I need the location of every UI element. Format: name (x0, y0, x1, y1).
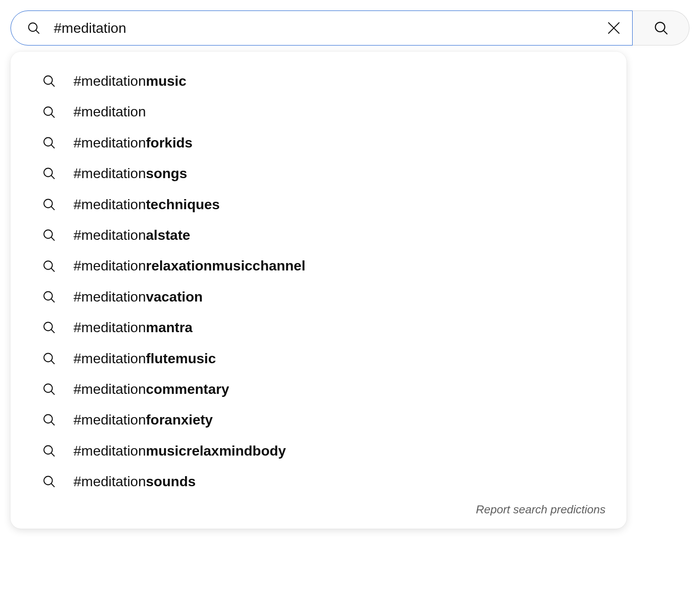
suggestion-text: #meditationflutemusic (74, 350, 216, 367)
svg-point-28 (44, 415, 52, 423)
svg-point-10 (44, 137, 52, 146)
search-icon (27, 21, 41, 35)
suggestion-prefix: #meditation (74, 165, 146, 181)
suggestion-item[interactable]: #meditationvacation (10, 281, 626, 312)
suggestion-item[interactable]: #meditationmusicrelaxmindbody (10, 435, 626, 466)
search-submit-button[interactable] (633, 11, 690, 46)
search-bar (10, 11, 690, 46)
suggestion-text: #meditationvacation (74, 288, 203, 305)
suggestion-text: #meditationforanxiety (74, 411, 213, 428)
search-icon (42, 136, 56, 150)
svg-point-22 (44, 323, 52, 331)
search-icon (42, 74, 56, 88)
svg-point-16 (44, 230, 52, 239)
suggestion-prefix: #meditation (74, 227, 146, 243)
search-icon (42, 105, 56, 119)
suggestion-prefix: #meditation (74, 381, 146, 397)
suggestion-text: #meditationmusic (74, 73, 186, 89)
suggestion-prefix: #meditation (74, 73, 146, 89)
suggestion-item[interactable]: #meditationforkids (10, 127, 626, 158)
search-icon (42, 259, 56, 273)
svg-line-5 (664, 31, 667, 34)
suggestion-bold: techniques (146, 196, 220, 212)
svg-line-1 (36, 30, 39, 33)
svg-line-33 (51, 484, 54, 487)
svg-point-6 (44, 76, 52, 84)
search-icon (42, 197, 56, 211)
suggestion-text: #meditationcommentary (74, 381, 229, 397)
suggestion-bold: sounds (146, 474, 196, 489)
suggestion-text: #meditationtechniques (74, 196, 220, 213)
suggestion-item[interactable]: #meditationflutemusic (10, 343, 626, 374)
suggestion-prefix: #meditation (74, 443, 146, 459)
search-icon (42, 413, 56, 427)
suggestion-item[interactable]: #meditationalstate (10, 220, 626, 250)
svg-point-24 (44, 353, 52, 361)
suggestion-text: #meditation (74, 103, 146, 120)
suggestion-text: #meditationforkids (74, 134, 192, 151)
suggestion-item[interactable]: #meditationtechniques (10, 189, 626, 220)
svg-point-14 (44, 199, 52, 207)
suggestion-text: #meditationsounds (74, 473, 196, 490)
svg-line-29 (51, 422, 54, 425)
svg-point-32 (44, 477, 52, 485)
suggestion-item[interactable]: #meditationrelaxationmusicchannel (10, 250, 626, 281)
svg-line-21 (51, 299, 54, 302)
suggestion-bold: musicrelaxmindbody (146, 443, 286, 459)
search-icon (42, 474, 56, 488)
suggestion-bold: songs (146, 165, 187, 181)
suggestion-prefix: #meditation (74, 351, 146, 366)
svg-point-0 (28, 23, 37, 31)
search-input[interactable] (54, 20, 604, 36)
search-icon (653, 20, 669, 36)
report-predictions-link[interactable]: Report search predictions (476, 503, 606, 516)
suggestion-item[interactable]: #meditationsounds (10, 466, 626, 497)
suggestion-bold: vacation (146, 289, 203, 305)
search-icon (42, 320, 56, 334)
suggestion-bold: flutemusic (146, 351, 216, 366)
suggestion-item[interactable]: #meditationmantra (10, 312, 626, 343)
search-icon (42, 351, 56, 365)
search-icon (42, 444, 56, 458)
svg-point-20 (44, 291, 52, 300)
svg-line-31 (51, 453, 54, 456)
svg-point-18 (44, 261, 52, 269)
svg-line-19 (51, 268, 54, 271)
svg-line-15 (51, 207, 54, 210)
close-icon (606, 20, 622, 36)
svg-point-30 (44, 446, 52, 454)
search-box (10, 11, 633, 46)
suggestion-item[interactable]: #meditationforanxiety (10, 404, 626, 435)
svg-line-7 (51, 84, 54, 87)
suggestions-dropdown: #meditationmusic#meditation#meditationfo… (10, 52, 626, 529)
svg-point-12 (44, 168, 52, 177)
svg-line-9 (51, 114, 54, 117)
clear-button[interactable] (604, 18, 623, 38)
suggestion-text: #meditationmantra (74, 319, 192, 336)
suggestion-bold: mantra (146, 319, 192, 335)
suggestion-bold: foranxiety (146, 412, 213, 428)
svg-line-17 (51, 237, 54, 240)
suggestion-text: #meditationrelaxationmusicchannel (74, 257, 305, 274)
suggestion-prefix: #meditation (74, 474, 146, 489)
suggestion-prefix: #meditation (74, 289, 146, 305)
svg-point-4 (655, 22, 665, 32)
suggestion-bold: alstate (146, 227, 190, 243)
suggestion-prefix: #meditation (74, 412, 146, 428)
suggestion-bold: forkids (146, 135, 192, 151)
suggestion-prefix: #meditation (74, 135, 146, 151)
suggestion-item[interactable]: #meditationsongs (10, 158, 626, 189)
suggestion-bold: relaxationmusicchannel (146, 258, 305, 274)
suggestion-item[interactable]: #meditation (10, 96, 626, 127)
suggestion-text: #meditationmusicrelaxmindbody (74, 442, 286, 459)
suggestion-text: #meditationalstate (74, 227, 190, 243)
suggestion-text: #meditationsongs (74, 165, 187, 182)
suggestion-prefix: #meditation (74, 319, 146, 335)
search-icon (42, 382, 56, 396)
search-icon (42, 166, 56, 180)
svg-line-13 (51, 176, 54, 179)
svg-line-23 (51, 330, 54, 333)
suggestion-item[interactable]: #meditationcommentary (10, 374, 626, 404)
suggestion-item[interactable]: #meditationmusic (10, 66, 626, 96)
svg-point-26 (44, 384, 52, 392)
